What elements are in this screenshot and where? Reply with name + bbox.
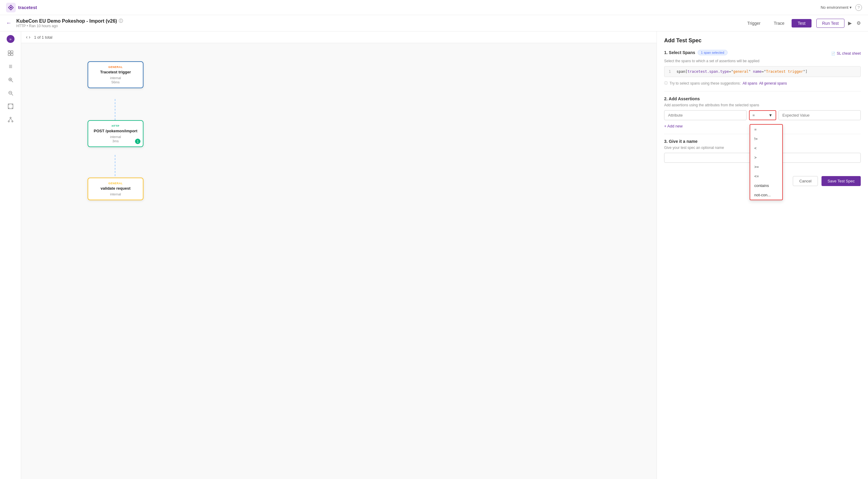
expected-value-input[interactable]: [779, 110, 861, 120]
main-layout: » ‹ › 1 of 1 total: [0, 31, 868, 479]
logo-icon: [6, 3, 16, 12]
section1-desc: Select the spans to which a set of asser…: [664, 59, 861, 63]
next-span-button[interactable]: ›: [29, 34, 30, 40]
trace-node-validate[interactable]: GENERAL validate request internal: [88, 178, 144, 200]
test-title-area: KubeCon EU Demo Pokeshop - Import (v26) …: [16, 19, 736, 28]
operator-eq[interactable]: =: [750, 125, 782, 134]
sidebar-icon-fit[interactable]: [5, 101, 16, 112]
trace-node-http[interactable]: HTTP POST /pokemon/import internal 3ms 1: [88, 120, 144, 147]
node-name-label: validate request: [93, 186, 138, 191]
operator-lt[interactable]: <: [750, 143, 782, 153]
right-panel: Add Test Spec 1. Select Spans 1 span sel…: [657, 31, 868, 479]
node-meta: internal 3ms: [93, 135, 138, 143]
secondary-header: ← KubeCon EU Demo Pokeshop - Import (v26…: [0, 15, 868, 31]
export-icon[interactable]: ▶: [847, 19, 853, 27]
prev-span-button[interactable]: ‹: [26, 34, 28, 40]
environment-selector[interactable]: No environment ▾: [820, 5, 852, 10]
span-count: 1 of 1 total: [34, 35, 53, 39]
header-actions: Run Test ▶ ⚙: [816, 19, 862, 28]
help-icon[interactable]: ?: [855, 4, 862, 11]
tab-trigger[interactable]: Trigger: [741, 19, 767, 28]
panel-title: Add Test Spec: [664, 37, 861, 44]
svg-point-17: [10, 117, 11, 118]
sidebar-icon-nodes[interactable]: [5, 114, 16, 125]
svg-rect-4: [8, 54, 10, 56]
trace-toolbar: ‹ › 1 of 1 total: [21, 31, 657, 43]
section1-header: 1. Select Spans 1 span selected 📄 SL che…: [664, 50, 861, 57]
node-meta: internal: [93, 192, 138, 196]
chevron-down-icon: ▾: [849, 5, 852, 10]
trace-canvas: GENERAL Tracetest trigger internal 56ms …: [21, 43, 657, 476]
cheatsheet-link[interactable]: 📄 SL cheat sheet: [831, 51, 861, 56]
environment-label: No environment: [820, 5, 848, 10]
attribute-input[interactable]: [664, 110, 747, 120]
node-type-label: HTTP: [93, 124, 138, 127]
operator-not-contains[interactable]: not-con...: [750, 190, 782, 200]
sidebar-icon-grid[interactable]: [5, 48, 16, 59]
left-sidebar: »: [0, 31, 21, 479]
connector-line-1: [115, 99, 115, 120]
all-spans-link[interactable]: All spans: [743, 81, 757, 86]
back-button[interactable]: ←: [6, 20, 11, 26]
cancel-button[interactable]: Cancel: [793, 176, 817, 186]
svg-point-18: [8, 121, 9, 122]
nav-buttons: ‹ ›: [26, 34, 31, 40]
svg-point-19: [12, 121, 13, 122]
operator-neq[interactable]: !=: [750, 134, 782, 143]
node-meta: internal 56ms: [93, 76, 138, 84]
svg-line-21: [10, 118, 12, 121]
divider-1: [664, 91, 861, 92]
info-icon: ⓘ: [119, 19, 123, 24]
section2-desc: Add assertions using the attributes from…: [664, 103, 861, 107]
operator-gt[interactable]: >: [750, 153, 782, 162]
tab-trace[interactable]: Trace: [768, 19, 790, 28]
save-test-spec-button[interactable]: Save Test Spec: [822, 176, 861, 186]
node-type-label: GENERAL: [93, 182, 138, 185]
svg-line-10: [11, 81, 13, 82]
node-type-label: GENERAL: [93, 66, 138, 69]
svg-rect-2: [8, 51, 10, 53]
operator-contains[interactable]: contains: [750, 181, 782, 190]
tab-test[interactable]: Test: [792, 19, 811, 28]
test-title: KubeCon EU Demo Pokeshop - Import (v26) …: [16, 19, 736, 24]
trace-area: ‹ › 1 of 1 total GENERAL Tracetest trigg…: [21, 31, 657, 479]
tab-group: Trigger Trace Test: [741, 19, 811, 28]
info-icon-small: ⓘ: [664, 81, 668, 86]
top-navbar: tracetest No environment ▾ ?: [0, 0, 868, 15]
node-name-label: POST /pokemon/import: [93, 129, 138, 133]
logo-text: tracetest: [18, 5, 37, 10]
svg-line-20: [9, 118, 10, 121]
svg-rect-3: [11, 51, 13, 53]
suggestions-row: ⓘ Try to select spans using these sugges…: [664, 81, 861, 86]
node-name-label: Tracetest trigger: [93, 70, 138, 74]
trace-node-trigger[interactable]: GENERAL Tracetest trigger internal 56ms: [88, 61, 144, 88]
operator-select[interactable]: = ▼ = != < > >= <= contains not-con...: [749, 110, 776, 120]
connector-line-2: [115, 155, 115, 176]
svg-rect-5: [11, 54, 13, 56]
selector-code-block: 1 span[tracetest.span.type="general" nam…: [664, 66, 861, 77]
sidebar-icon-zoom-in[interactable]: [5, 74, 16, 85]
add-new-button[interactable]: + Add new: [664, 124, 683, 128]
node-badge: 1: [135, 139, 141, 144]
expand-sidebar-button[interactable]: »: [7, 35, 14, 43]
run-test-button[interactable]: Run Test: [816, 19, 844, 28]
operator-lte[interactable]: <=: [750, 171, 782, 181]
test-subtitle: HTTP • Ran 10 hours ago: [16, 24, 736, 28]
sidebar-icon-zoom-out[interactable]: [5, 88, 16, 98]
svg-point-1: [10, 7, 12, 8]
assertions-row: = ▼ = != < > >= <= contains not-con...: [664, 110, 861, 120]
operator-dropdown: = != < > >= <= contains not-con...: [750, 124, 783, 200]
chevron-down-icon: ▼: [769, 113, 773, 118]
section2-title: 2. Add Assertions: [664, 96, 861, 101]
app-logo: tracetest: [6, 3, 37, 12]
sidebar-icon-list[interactable]: [5, 61, 16, 72]
svg-line-14: [11, 94, 13, 95]
section1-title: 1. Select Spans 1 span selected: [664, 50, 727, 55]
operator-gte[interactable]: >=: [750, 162, 782, 171]
spans-badge: 1 span selected: [698, 50, 727, 55]
settings-icon[interactable]: ⚙: [855, 19, 862, 27]
navbar-right: No environment ▾ ?: [820, 4, 862, 11]
all-general-spans-link[interactable]: All general spans: [759, 81, 787, 86]
